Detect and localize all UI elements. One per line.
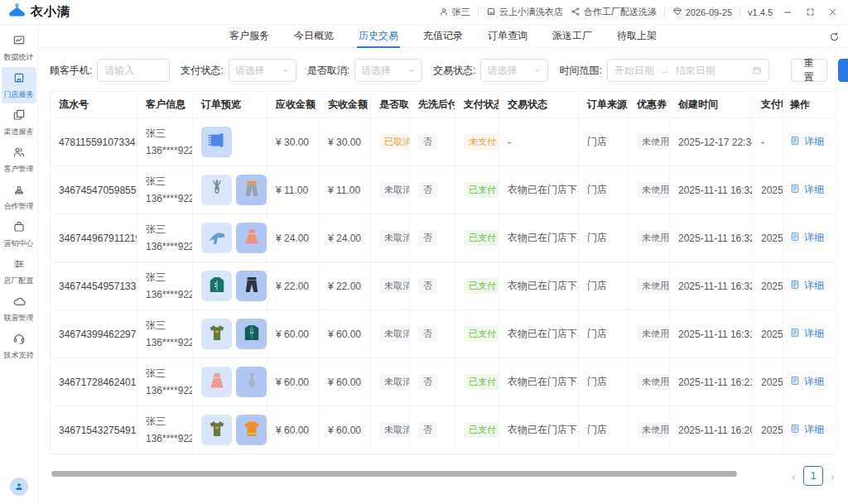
stats-icon: [12, 34, 26, 50]
divider: [664, 7, 665, 17]
detail-link-label: 详细: [804, 183, 824, 197]
tab-dispatch-factory[interactable]: 派送工厂: [540, 25, 605, 48]
cell-source: 门店: [579, 118, 629, 166]
created-value: 2025-11-11 16:32:12: [678, 233, 753, 244]
serial-number: 47811559107334144: [59, 137, 137, 148]
preview-thumb[interactable]: [201, 415, 232, 445]
preview-thumb[interactable]: [236, 319, 267, 349]
detail-link-label: 详细: [804, 135, 824, 149]
preview-thumb[interactable]: [236, 223, 267, 253]
detail-link[interactable]: 详细: [790, 231, 824, 245]
preview-thumb[interactable]: [201, 367, 232, 397]
detail-link-label: 详细: [804, 423, 824, 437]
serial-number: 34671543275491328: [59, 425, 137, 436]
cancelled-badge: 未取消: [379, 278, 410, 293]
column-header-serial: 流水号: [51, 92, 137, 118]
column-header-paystate: 支付状态: [455, 92, 499, 118]
detail-link[interactable]: 详细: [790, 375, 824, 389]
cell-cancelled: 未取消: [371, 262, 410, 310]
refresh-icon[interactable]: [829, 31, 840, 46]
maximize-icon[interactable]: [802, 5, 817, 20]
cell-coupon: 未使用: [629, 358, 670, 406]
cell-source: 门店: [579, 406, 629, 454]
sidebar-item-stats[interactable]: 数据统计: [2, 30, 36, 66]
minimize-icon[interactable]: [780, 5, 795, 20]
preview-thumb[interactable]: [201, 271, 232, 301]
cell-coupon: 未使用: [629, 118, 670, 166]
sidebar-item-channel[interactable]: 渠道服务: [2, 104, 36, 141]
detail-link[interactable]: 详细: [790, 279, 824, 293]
preview-thumb[interactable]: [201, 319, 232, 349]
sidebar-item-coop[interactable]: 合作管理: [2, 179, 36, 215]
tab-today-overview[interactable]: 今日概览: [282, 25, 346, 48]
close-icon[interactable]: [825, 5, 840, 20]
sidebar-item-store[interactable]: 门店服务: [2, 67, 36, 103]
cell-received: ¥ 24.00: [320, 214, 371, 262]
current-user[interactable]: 张三: [439, 6, 470, 18]
source-value: 门店: [587, 231, 607, 245]
tab-recharge-record[interactable]: 充值记录: [411, 25, 475, 48]
sidebar-item-customer[interactable]: 客户管理: [2, 142, 36, 178]
cell-customer: 张三136****9222: [137, 262, 193, 310]
cancel-status-select[interactable]: 请选择: [354, 59, 422, 82]
date-range-picker[interactable]: 开始日期 → 结束日期: [607, 59, 769, 82]
preview-thumb[interactable]: [201, 223, 232, 253]
coupon-badge: 未使用: [637, 278, 670, 293]
pay-status-select[interactable]: 请选择: [229, 59, 296, 82]
chevron-down-icon: [533, 66, 542, 74]
work-mode[interactable]: 合作工厂配送洗涤: [571, 6, 657, 18]
customer-phone: 136****9222: [146, 430, 193, 447]
reset-button[interactable]: 重 置: [791, 59, 827, 82]
tab-history-trade[interactable]: 历史交易: [346, 25, 411, 48]
union-icon: [12, 295, 26, 311]
document-icon: [790, 328, 800, 340]
sidebar-item-union[interactable]: 联营管理: [2, 290, 36, 327]
detail-link[interactable]: 详细: [790, 135, 824, 149]
horizontal-scrollbar[interactable]: [51, 471, 737, 477]
coop-icon: [12, 183, 26, 199]
detail-link[interactable]: 详细: [790, 423, 824, 437]
receivable-value: ¥ 30.00: [276, 137, 309, 148]
preview-thumb[interactable]: [201, 175, 232, 205]
preview-thumb[interactable]: [236, 271, 267, 301]
preview-thumb[interactable]: [236, 415, 267, 445]
user-avatar[interactable]: [10, 478, 28, 496]
cell-customer: 张三136****9222: [137, 358, 193, 406]
sidebar-item-support[interactable]: 技术支持: [2, 328, 36, 364]
detail-link[interactable]: 详细: [790, 183, 824, 197]
trade-status-select[interactable]: 请选择: [480, 59, 548, 82]
sidebar-item-marketing[interactable]: 营销中心: [2, 216, 36, 252]
current-store[interactable]: 云上小满洗衣店: [486, 6, 563, 18]
next-page-icon[interactable]: ›: [831, 470, 835, 482]
table-row: 47811559107334144张三136****9222¥ 30.00¥ 3…: [51, 118, 836, 166]
detail-link[interactable]: 详细: [790, 327, 824, 341]
cell-receivable: ¥ 60.00: [267, 310, 320, 358]
page-number[interactable]: 1: [803, 466, 823, 486]
filter-pay-status: 支付状态: 请选择: [181, 59, 296, 82]
cancelled-badge: 未取消: [379, 422, 410, 437]
preview-thumb[interactable]: [201, 127, 232, 157]
cell-created: 2025-11-11 16:31:49: [670, 310, 753, 358]
cell-receivable: ¥ 22.00: [267, 262, 320, 310]
app-version: v1.4.5: [748, 7, 773, 17]
prev-page-icon[interactable]: ‹: [792, 470, 796, 482]
tab-order-query[interactable]: 订单查询: [475, 25, 540, 48]
phone-input[interactable]: [104, 65, 162, 76]
received-value: ¥ 60.00: [328, 329, 361, 340]
preview-thumb[interactable]: [236, 367, 267, 397]
search-button[interactable]: 查 询: [838, 59, 848, 82]
jacket-icon: [241, 322, 263, 346]
source-value: 门店: [587, 183, 607, 197]
tab-pending-shelf[interactable]: 待取上架: [605, 25, 669, 48]
preview-thumb[interactable]: [236, 175, 267, 205]
cell-paylater: 否: [410, 310, 455, 358]
zipper-icon: [206, 178, 228, 202]
tab-customer-service[interactable]: 客户服务: [217, 25, 282, 48]
action-cell: 详细: [783, 358, 836, 406]
sidebar-item-config[interactable]: 店厂配置: [2, 253, 36, 290]
document-icon: [790, 136, 800, 148]
phone-label: 顾客手机:: [50, 64, 92, 78]
cell-paystate: 已支付: [455, 262, 499, 310]
cell-received: ¥ 30.00: [320, 118, 371, 166]
paystate-badge: 已支付: [464, 182, 499, 197]
